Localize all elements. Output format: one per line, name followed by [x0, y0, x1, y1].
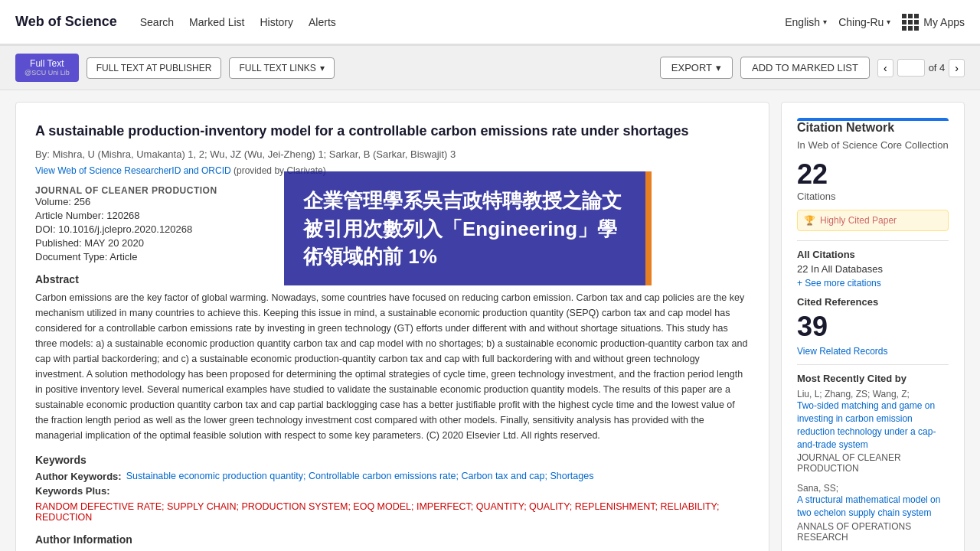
- pagination-prev-button[interactable]: ‹: [877, 59, 893, 77]
- full-text-button[interactable]: Full Text @SCU Uni Lib: [15, 54, 79, 82]
- top-accent: [797, 118, 949, 121]
- full-text-sub: @SCU Uni Lib: [24, 69, 70, 77]
- add-to-marked-list-label: ADD TO MARKED LIST: [752, 62, 858, 73]
- nav-marked-list[interactable]: Marked List: [189, 12, 244, 32]
- export-chevron-icon: ▾: [716, 62, 721, 73]
- cited-refs-count: 39: [797, 311, 949, 343]
- my-apps-button[interactable]: My Apps: [902, 14, 965, 31]
- cited-paper-2-title[interactable]: A structural mathematical model on two e…: [797, 494, 949, 520]
- keywords-plus-label: Keywords Plus:: [35, 485, 110, 497]
- toolbar: Full Text @SCU Uni Lib FULL TEXT AT PUBL…: [0, 46, 980, 90]
- in-collection-label: In Web of Science Core Collection: [797, 139, 949, 151]
- article-panel: A sustainable production-inventory model…: [15, 102, 769, 551]
- overlay-text: 企業管理學系吳吉政特聘教授之論文被引用次數列入「Engineering」學術領域…: [303, 189, 622, 268]
- header: Web of Science Search Marked List Histor…: [0, 0, 980, 46]
- language-label: English: [785, 16, 820, 28]
- sidebar-panel: Citation Network In Web of Science Core …: [781, 102, 965, 551]
- orcid-link[interactable]: View Web of Science ResearcherID and ORC…: [35, 165, 234, 176]
- doi-value: DOI: 10.1016/j.jclepro.2020.120268: [35, 223, 192, 235]
- keywords-heading: Keywords: [35, 454, 750, 466]
- full-text-at-publisher-label: FULL TEXT AT PUBLISHER: [96, 63, 212, 73]
- author-info-heading: Author Information: [35, 533, 750, 546]
- pagination: ‹ 3 of 4 ›: [877, 59, 965, 77]
- published-value: Published: MAY 20 2020: [35, 237, 144, 249]
- grid-icon: [902, 14, 919, 31]
- cited-paper-2: Sana, SS; A structural mathematical mode…: [797, 483, 949, 543]
- add-to-marked-list-button[interactable]: ADD TO MARKED LIST: [740, 57, 870, 79]
- abstract-section: Abstract Carbon emissions are the key fa…: [35, 273, 750, 443]
- authors: By: Mishra, U (Mishra, Umakanta) 1, 2; W…: [35, 148, 750, 160]
- cited-paper-1-authors: Liu, L; Zhang, ZS; Wang, Z;: [797, 389, 949, 399]
- my-apps-label: My Apps: [923, 16, 965, 28]
- full-text-links-label: FULL TEXT LINKS: [239, 63, 315, 73]
- cited-paper-2-authors: Sana, SS;: [797, 483, 949, 494]
- nav-history[interactable]: History: [260, 12, 293, 32]
- cited-paper-2-journal: ANNALS OF OPERATIONS RESEARCH: [797, 521, 949, 543]
- doc-type-value: Document Type: Article: [35, 251, 137, 262]
- all-citations-label: All Citations: [797, 249, 949, 260]
- cited-refs-label: Cited References: [797, 296, 949, 308]
- divider-1: [797, 240, 949, 241]
- overlay-banner: 企業管理學系吳吉政特聘教授之論文被引用次數列入「Engineering」學術領域…: [284, 171, 652, 285]
- export-button[interactable]: EXPORT ▾: [660, 57, 733, 79]
- citations-count: 22: [797, 158, 949, 191]
- keywords-plus-value: RANDOM DEFECTIVE RATE; SUPPLY CHAIN; PRO…: [35, 501, 750, 523]
- main-nav: Search Marked List History Alerts: [140, 12, 786, 32]
- trophy-icon: 🏆: [804, 215, 815, 226]
- pagination-total: of 4: [929, 62, 946, 73]
- cited-paper-1-journal: JOURNAL OF CLEANER PRODUCTION: [797, 452, 949, 474]
- full-text-links-button[interactable]: FULL TEXT LINKS ▾: [229, 57, 334, 79]
- full-text-links-chevron-icon: ▾: [320, 63, 325, 73]
- main-container: A sustainable production-inventory model…: [0, 90, 980, 551]
- cited-paper-1-title[interactable]: Two-sided matching and game on investing…: [797, 399, 949, 451]
- pagination-current[interactable]: 3: [897, 59, 925, 77]
- user-chevron-icon: ▾: [887, 18, 890, 26]
- author-keywords-value: Sustainable economic production quantity…: [126, 471, 594, 482]
- nav-alerts[interactable]: Alerts: [309, 12, 336, 32]
- abstract-text: Carbon emissions are the key factor of g…: [35, 290, 750, 443]
- highly-cited-badge: 🏆 Highly Cited Paper: [797, 210, 949, 231]
- language-chevron-icon: ▾: [823, 18, 827, 26]
- authors-text: By: Mishra, U (Mishra, Umakanta) 1, 2; W…: [35, 148, 456, 160]
- citation-network-title: Citation Network: [797, 121, 949, 135]
- keywords-section: Keywords Author Keywords: Sustainable ec…: [35, 454, 750, 523]
- article-number-value: Article Number: 120268: [35, 210, 140, 221]
- full-text-at-publisher-button[interactable]: FULL TEXT AT PUBLISHER: [87, 57, 222, 79]
- logo: Web of Science: [15, 14, 117, 30]
- orcid-link-text: View Web of Science ResearcherID and ORC…: [35, 165, 231, 176]
- volume-value: Volume: 256: [35, 196, 90, 207]
- author-keywords-label: Author Keywords:: [35, 471, 122, 482]
- user-selector[interactable]: Ching-Ru ▾: [838, 16, 890, 28]
- nav-search[interactable]: Search: [140, 12, 174, 32]
- all-citations-value: 22 In All Databases: [797, 263, 949, 275]
- export-label: EXPORT: [671, 62, 712, 73]
- header-right: English ▾ Ching-Ru ▾ My Apps: [785, 14, 965, 31]
- author-info-section: Author Information Corresponding Address…: [35, 533, 750, 551]
- language-selector[interactable]: English ▾: [785, 16, 827, 28]
- divider-2: [797, 364, 949, 365]
- full-text-label: Full Text: [30, 58, 64, 69]
- see-more-citations[interactable]: + See more citations: [797, 278, 949, 289]
- citations-label: Citations: [797, 191, 949, 202]
- highly-cited-label: Highly Cited Paper: [820, 215, 897, 226]
- view-related-records[interactable]: View Related Records: [797, 346, 949, 357]
- cited-paper-1: Liu, L; Zhang, ZS; Wang, Z; Two-sided ma…: [797, 389, 949, 474]
- user-label: Ching-Ru: [838, 16, 884, 28]
- pagination-next-button[interactable]: ›: [949, 59, 965, 77]
- article-title: A sustainable production-inventory model…: [35, 122, 750, 141]
- recently-cited-label: Most Recently Cited by: [797, 373, 949, 384]
